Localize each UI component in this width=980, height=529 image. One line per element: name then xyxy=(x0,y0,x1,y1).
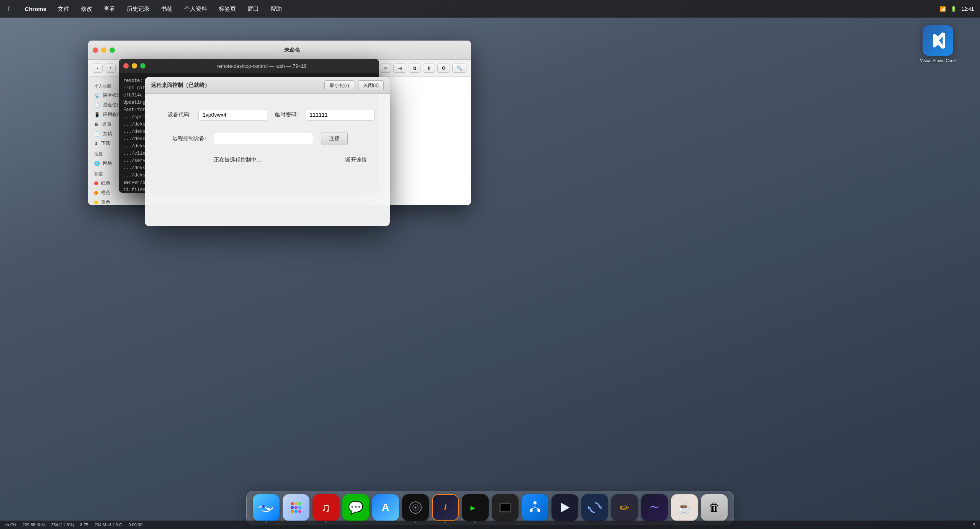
dock-item-zen[interactable] xyxy=(402,494,429,521)
rdc-credentials-row: 设备代码: 临时密码: xyxy=(168,109,367,121)
red-tag-dot xyxy=(94,181,98,185)
svg-point-2 xyxy=(267,508,270,510)
dock-item-music[interactable]: ♫ xyxy=(312,494,339,521)
rdc-remote-device-row: 远程控制设备: 连接 xyxy=(168,132,367,145)
wechat-dock-icon: 💬 xyxy=(342,494,369,521)
folx-dock-icon xyxy=(551,494,578,521)
dock: ♫ 💬 A I xyxy=(246,491,734,525)
svg-marker-23 xyxy=(561,503,570,513)
desktop-vscode-icon[interactable]: Visual Studio Code xyxy=(919,25,957,63)
rdc-close-btn[interactable]: 关闭(x) xyxy=(358,80,384,90)
orange-tag-dot xyxy=(94,191,98,195)
launchpad-dock-icon xyxy=(283,494,309,521)
dock-item-sourcetree[interactable] xyxy=(522,494,548,521)
finder-close-btn[interactable] xyxy=(93,47,98,53)
dock-item-launchpad[interactable] xyxy=(283,494,309,521)
dock-item-appstore[interactable]: A xyxy=(372,494,399,521)
svg-point-11 xyxy=(298,510,301,513)
menu-profile[interactable]: 个人资料 xyxy=(182,5,209,13)
menu-history[interactable]: 历史记录 xyxy=(124,5,152,13)
dock-item-trash[interactable]: 🗑 xyxy=(701,494,728,521)
yellow-tag-dot xyxy=(94,201,98,204)
rdc-dialog: 远程桌面控制（已就绪） 最小化(-) 关闭(x) 设备代码: 临时密码: 远程控… xyxy=(145,77,390,226)
finder-forward-btn[interactable]: › xyxy=(106,64,116,73)
dock-item-pencil[interactable]: ✏ xyxy=(611,494,638,521)
dock-item-intellij[interactable]: I xyxy=(432,494,459,521)
terminal-minimize-btn[interactable] xyxy=(132,63,137,69)
wifi-icon[interactable]: 📶 xyxy=(940,6,946,12)
desktop: Visual Studio Code 未命名 ‹ › 未命名 ⊞ ≡ ⫥ ⧉ ⬆… xyxy=(0,18,980,529)
finder-dock-icon xyxy=(253,494,280,521)
svg-point-18 xyxy=(530,509,533,512)
airdrop-icon: 📡 xyxy=(94,93,100,98)
fluid-dock-icon: 〜 xyxy=(641,494,668,521)
menu-help[interactable]: 帮助 xyxy=(268,5,284,13)
svg-line-21 xyxy=(531,508,535,509)
terminal-close-btn[interactable] xyxy=(123,63,129,69)
status-lang: zh CN xyxy=(5,522,16,527)
dock-item-fluid[interactable]: 〜 xyxy=(641,494,668,521)
menu-edit[interactable]: 修改 xyxy=(79,5,95,13)
menu-tabs[interactable]: 标签页 xyxy=(216,5,238,13)
dock-item-java[interactable]: ☕ xyxy=(671,494,698,521)
svg-point-1 xyxy=(262,505,265,508)
temp-password-input[interactable] xyxy=(306,109,375,121)
rdc-title: 远程桌面控制（已就绪） xyxy=(151,82,210,89)
status-mem1: 254 (11.8%) xyxy=(51,522,74,527)
svg-point-4 xyxy=(294,502,298,505)
intellij-dock-icon: I xyxy=(432,494,459,521)
terminal-maximize-btn[interactable] xyxy=(140,63,146,69)
menu-file[interactable]: 文件 xyxy=(56,5,72,13)
menu-view[interactable]: 查看 xyxy=(101,5,118,13)
time-display: 12:41 xyxy=(961,6,974,12)
status-bar-bottom: zh CN 239.88 Kb/s 254 (11.8%) 8.75 234 M… xyxy=(0,521,980,529)
terminal-titlebar: remote-desktop-control — -zsh — 79×19 xyxy=(119,59,379,73)
dock-item-finder[interactable] xyxy=(253,494,280,521)
menu-bar:  Chrome 文件 修改 查看 历史记录 书签 个人资料 标签页 窗口 帮助… xyxy=(0,0,980,18)
finder-column-view[interactable]: ⫥ xyxy=(393,64,406,73)
svg-point-9 xyxy=(291,510,294,513)
device-code-label: 设备代码: xyxy=(168,111,191,118)
sourcetree-dock-icon xyxy=(522,494,548,521)
dock-item-tablet[interactable] xyxy=(492,494,519,521)
apple-menu[interactable]:  xyxy=(6,4,13,14)
dock-item-wechat[interactable]: 💬 xyxy=(342,494,369,521)
finder-maximize-btn[interactable] xyxy=(110,47,115,53)
menu-window[interactable]: 窗口 xyxy=(245,5,261,13)
status-time: 0:00:00 xyxy=(128,522,142,527)
svg-rect-16 xyxy=(501,504,510,511)
connect-button[interactable]: 连接 xyxy=(321,132,348,145)
rdc-status-row: 正在被远程控制中... 断开连接 xyxy=(168,157,367,163)
trash-dock-icon: 🗑 xyxy=(701,494,728,521)
svg-point-7 xyxy=(294,506,298,509)
menu-bookmarks[interactable]: 书签 xyxy=(159,5,175,13)
status-count: 5 xyxy=(973,522,975,527)
svg-line-22 xyxy=(535,508,539,509)
svg-point-3 xyxy=(291,502,294,505)
finder-gallery-view[interactable]: ⧉ xyxy=(409,64,420,73)
finder-list-view[interactable]: ≡ xyxy=(380,64,391,73)
rdc-titlebar: 远程桌面控制（已就绪） 最小化(-) 关闭(x) xyxy=(145,77,390,94)
dock-item-terminal[interactable]: ▶_ xyxy=(462,494,489,521)
java-dock-icon: ☕ xyxy=(671,494,698,521)
rdc-body: 设备代码: 临时密码: 远程控制设备: 连接 正在被远程控制中... 断开连接 xyxy=(145,94,390,179)
finder-action-btn[interactable]: ⚙ xyxy=(437,64,450,73)
device-code-input[interactable] xyxy=(198,109,267,121)
finder-title: 未命名 xyxy=(284,47,300,54)
dock-item-refresh[interactable] xyxy=(581,494,608,521)
svg-point-5 xyxy=(298,502,301,505)
remote-device-input[interactable] xyxy=(214,133,313,144)
disconnect-button[interactable]: 断开连接 xyxy=(345,157,367,163)
finder-share-btn[interactable]: ⬆ xyxy=(423,64,435,73)
status-val1: 8.75 xyxy=(80,522,88,527)
refresh-dock-icon xyxy=(581,494,608,521)
applications-icon: 📱 xyxy=(94,112,100,118)
finder-search-btn[interactable]: 🔍 xyxy=(452,64,466,73)
menu-app-name[interactable]: Chrome xyxy=(23,5,49,13)
finder-minimize-btn[interactable] xyxy=(101,47,106,53)
documents-icon: 📄 xyxy=(94,131,100,137)
finder-back-btn[interactable]: ‹ xyxy=(93,64,103,73)
dock-item-folx[interactable] xyxy=(551,494,578,521)
rdc-minimize-btn[interactable]: 最小化(-) xyxy=(324,80,354,90)
desktop-icon-sm: 🖥 xyxy=(94,122,99,127)
